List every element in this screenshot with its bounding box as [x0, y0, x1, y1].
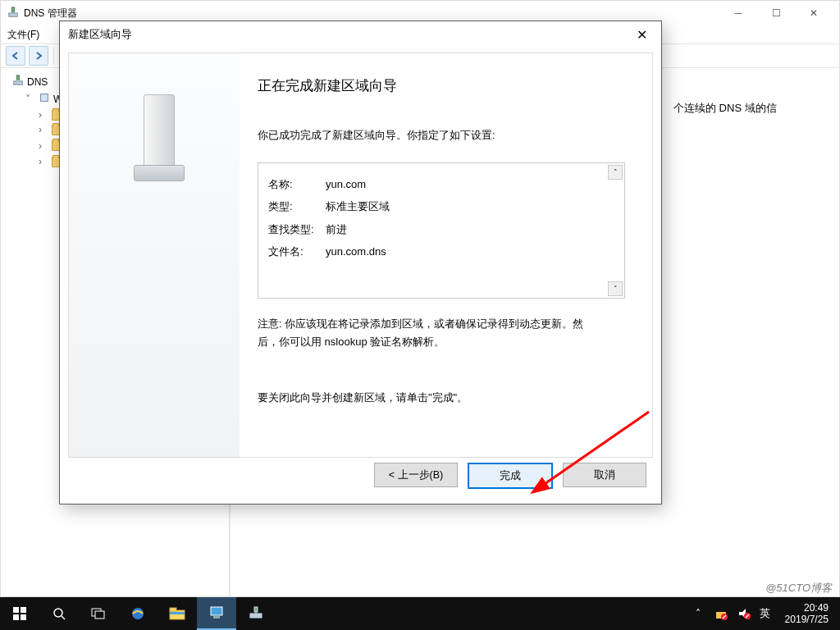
svg-rect-4	[14, 81, 23, 84]
summary-lookup-value: 前进	[326, 218, 347, 240]
dialog-title: 新建区域向导	[68, 28, 630, 42]
taskbar: ˄ 英 20:49 2019/7/25	[0, 597, 840, 630]
svg-rect-17	[170, 608, 176, 611]
finish-button[interactable]: 完成	[468, 463, 553, 489]
wizard-banner	[69, 53, 240, 457]
expand-icon[interactable]: ›	[39, 156, 48, 167]
summary-type-value: 标准主要区域	[326, 195, 390, 217]
taskbar-server-manager[interactable]	[197, 597, 236, 630]
scroll-down-button[interactable]: ˅	[608, 281, 623, 296]
server-node-icon	[39, 92, 50, 106]
server-art-icon	[126, 86, 183, 185]
content-text-fragment: 个连续的 DNS 域的信	[673, 101, 823, 116]
summary-file-label: 文件名:	[268, 240, 326, 262]
expand-icon[interactable]: ›	[39, 109, 48, 121]
svg-rect-22	[250, 614, 262, 618]
summary-row-lookup: 查找类型: 前进	[268, 218, 614, 240]
svg-rect-3	[16, 75, 20, 80]
dialog-body: 正在完成新建区域向导 你已成功完成了新建区域向导。你指定了如下设置: ˄ ˅ 名…	[68, 52, 653, 458]
svg-rect-9	[13, 614, 19, 620]
dns-app-icon	[7, 7, 19, 21]
tree-root-label: DNS	[27, 76, 48, 88]
summary-type-label: 类型:	[268, 195, 326, 217]
summary-row-file: 文件名: yun.com.dns	[268, 240, 614, 262]
summary-name-value: yun.com	[326, 173, 366, 195]
task-view-button[interactable]	[79, 597, 118, 630]
clock-time: 20:49	[785, 602, 829, 614]
tray-chevron-icon[interactable]: ˄	[691, 606, 705, 621]
dns-node-icon	[12, 75, 24, 89]
svg-rect-5	[41, 94, 48, 102]
wizard-note: 注意: 你应该现在将记录添加到区域，或者确保记录得到动态更新。然后，你可以用 n…	[258, 315, 602, 351]
tray-security-icon[interactable]	[714, 606, 728, 621]
summary-lookup-label: 查找类型:	[268, 218, 326, 240]
search-button[interactable]	[39, 597, 79, 630]
svg-rect-1	[9, 12, 18, 16]
summary-file-value: yun.com.dns	[326, 240, 386, 262]
menu-file[interactable]: 文件(F)	[7, 28, 39, 42]
svg-rect-19	[211, 607, 222, 615]
svg-rect-16	[170, 610, 185, 619]
summary-row-name: 名称: yun.com	[268, 173, 614, 195]
expand-icon[interactable]: ›	[39, 124, 48, 135]
nav-forward-button[interactable]	[29, 46, 48, 66]
wizard-content: 正在完成新建区域向导 你已成功完成了新建区域向导。你指定了如下设置: ˄ ˅ 名…	[240, 53, 652, 457]
svg-rect-8	[21, 607, 26, 613]
wizard-final-prompt: 要关闭此向导并创建新区域，请单击"完成"。	[258, 390, 628, 405]
svg-rect-10	[21, 614, 26, 620]
cancel-button[interactable]: 取消	[563, 463, 646, 487]
start-button[interactable]	[0, 597, 39, 630]
ime-indicator[interactable]: 英	[760, 606, 770, 621]
summary-name-label: 名称:	[268, 173, 326, 195]
scroll-up-button[interactable]: ˄	[608, 165, 623, 180]
svg-rect-21	[254, 607, 258, 612]
svg-rect-18	[170, 612, 185, 614]
wizard-intro: 你已成功完成了新建区域向导。你指定了如下设置:	[258, 126, 628, 144]
dialog-button-row: < 上一步(B) 完成 取消	[374, 463, 646, 489]
taskbar-ie[interactable]	[118, 597, 158, 630]
main-maximize-button[interactable]: ☐	[757, 1, 795, 25]
clock-date: 2019/7/25	[785, 614, 829, 625]
expand-icon[interactable]: ›	[39, 140, 48, 152]
watermark-text: @51CTO博客	[765, 581, 832, 596]
svg-rect-20	[213, 615, 220, 619]
summary-box: ˄ ˅ 名称: yun.com 类型: 标准主要区域 查找类型: 前进 文件名:…	[258, 162, 625, 299]
back-button[interactable]: < 上一步(B)	[374, 463, 458, 487]
new-zone-wizard-dialog: 新建区域向导 ✕ 正在完成新建区域向导 你已成功完成了新建区域向导。你指定了如下…	[59, 21, 662, 504]
nav-back-button[interactable]	[6, 46, 25, 66]
svg-rect-7	[13, 607, 19, 613]
toolbar-separator	[53, 48, 54, 64]
main-close-button[interactable]: ✕	[795, 1, 833, 25]
taskbar-dns-manager[interactable]	[236, 597, 276, 630]
svg-point-11	[54, 609, 62, 617]
svg-rect-14	[95, 611, 104, 619]
dialog-titlebar: 新建区域向导 ✕	[60, 21, 661, 48]
system-tray: ˄ 英 20:49 2019/7/25	[691, 602, 840, 626]
svg-line-12	[62, 616, 65, 619]
main-title-text: DNS 管理器	[24, 7, 77, 21]
dialog-close-button[interactable]: ✕	[630, 23, 653, 46]
main-minimize-button[interactable]: ─	[719, 1, 757, 25]
wizard-heading: 正在完成新建区域向导	[258, 76, 628, 95]
svg-rect-0	[11, 7, 15, 11]
expand-icon[interactable]: ˅	[25, 94, 35, 105]
summary-row-type: 类型: 标准主要区域	[268, 195, 614, 217]
taskbar-explorer[interactable]	[158, 597, 197, 630]
tray-volume-icon[interactable]	[737, 606, 751, 621]
taskbar-clock[interactable]: 20:49 2019/7/25	[778, 602, 835, 626]
